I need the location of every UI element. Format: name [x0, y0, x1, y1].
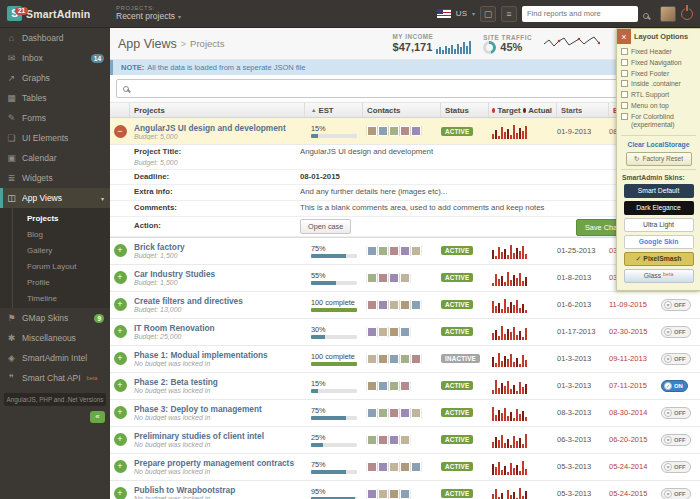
project-name: Publish to Wrapbootstrap — [134, 485, 305, 495]
sidebar-item-widgets[interactable]: ≣Widgets — [0, 168, 110, 188]
row-toggle[interactable]: × OFF — [661, 326, 691, 338]
row-toggle[interactable]: × OFF — [661, 299, 691, 311]
factory-reset-button[interactable]: ↻ Factory Reset — [626, 152, 692, 166]
col-est[interactable]: ▲ EST — [305, 103, 363, 117]
brand-area[interactable]: S SmartAdmin 21 — [0, 6, 110, 21]
clear-localstorage-link[interactable]: Clear LocalStorage — [617, 138, 700, 151]
col-contacts[interactable]: Contacts — [363, 103, 441, 117]
table-row[interactable]: + IT Room Renovation Budget: 25,000 30% … — [110, 319, 700, 346]
contacts-avatars — [367, 354, 421, 364]
layout-option-fixed-header[interactable]: Fixed Header — [621, 48, 696, 56]
row-toggle[interactable]: × OFF — [661, 434, 691, 446]
close-icon[interactable]: × — [617, 29, 631, 44]
sidebar-footer-versions[interactable]: AngularJS, PHP and .Net Versions — [4, 393, 106, 406]
contact-avatar — [389, 273, 399, 283]
sidebar-item-miscellaneous[interactable]: ✱Miscellaneous — [0, 328, 110, 348]
layout-option-inside-container[interactable]: Inside .container — [621, 80, 696, 88]
sidebar-item-label: Tables — [22, 93, 47, 103]
layout-option-rtl-support[interactable]: RTL Support — [621, 91, 696, 99]
contact-avatar — [389, 354, 399, 364]
col-projects[interactable]: Projects — [130, 103, 305, 117]
minify-menu-button[interactable]: « — [90, 411, 105, 423]
sidebar-subitem-profile[interactable]: Profile — [0, 274, 110, 290]
language-selector[interactable]: US — [456, 9, 467, 18]
note-bar: NOTE: All the data is loaded from a sepe… — [110, 60, 700, 75]
table-row[interactable]: − AngularJS UI design and development Bu… — [110, 118, 700, 145]
sidebar-submenu: ProjectsBlogGalleryForum LayoutProfileTi… — [0, 208, 110, 308]
sidebar-subitem-blog[interactable]: Blog — [0, 226, 110, 242]
col-starts[interactable]: Starts — [557, 103, 609, 117]
table-search-input[interactable] — [134, 84, 687, 93]
layout-option-for-colorblind-experimental[interactable]: For Colorblind (experimental) — [621, 113, 696, 129]
header-search-input[interactable] — [527, 9, 633, 18]
skin-label: Google Skin — [639, 238, 679, 245]
row-toggle[interactable]: × OFF — [661, 353, 691, 365]
table-row[interactable]: + Create filters and directives Budget: … — [110, 292, 700, 319]
expand-row-button[interactable]: + — [114, 406, 127, 419]
detail-row-extra: Extra info: And any further details here… — [110, 185, 700, 201]
toggle-label: OFF — [674, 491, 686, 497]
sidebar-item-gmap-skins[interactable]: ⚑GMap Skins9 — [0, 308, 110, 328]
table-row[interactable]: + Phase 1: Modual implementations No bud… — [110, 346, 700, 373]
expand-row-button[interactable]: − — [114, 125, 127, 138]
main-content: App Views > Projects MY INCOME $47,171 S… — [110, 28, 700, 499]
table-row[interactable]: + Publish to Wrapbootstrap No budget was… — [110, 481, 700, 499]
row-toggle[interactable]: × OFF — [661, 407, 691, 419]
sidebar-subitem-forum-layout[interactable]: Forum Layout — [0, 258, 110, 274]
row-toggle[interactable]: × OFF — [661, 488, 691, 499]
open-case-button[interactable]: Open case — [300, 219, 351, 234]
layout-option-menu-on-top[interactable]: Menu on top — [621, 102, 696, 110]
table-row[interactable]: + Car Industry Studies Budget: 1,500 55%… — [110, 265, 700, 292]
logout-icon[interactable] — [681, 8, 693, 20]
table-row[interactable]: + Phase 2: Beta testing No budget was lo… — [110, 373, 700, 400]
sidebar-item-ui-elements[interactable]: ❏UI Elements — [0, 128, 110, 148]
sidebar-item-smartadmin-intel[interactable]: ◈SmartAdmin Intel — [0, 348, 110, 368]
skin-google-skin[interactable]: Google Skin — [624, 235, 694, 249]
recent-projects-dropdown[interactable]: Recent projects ▾ — [116, 12, 181, 22]
expand-row-button[interactable]: + — [114, 271, 127, 284]
menu-icon[interactable]: ≡ — [501, 6, 517, 22]
sidebar-item-graphs[interactable]: ↗Graphs — [0, 68, 110, 88]
checkbox-label: Inside .container — [631, 80, 681, 88]
sidebar-item-tables[interactable]: ▦Tables — [0, 88, 110, 108]
skin-pixelsmash[interactable]: ✓ PixelSmash — [624, 252, 694, 266]
sidebar-subitem-timeline[interactable]: Timeline — [0, 290, 110, 306]
sidebar-item-app-views[interactable]: ◫App Views▾ — [0, 188, 110, 208]
expand-row-button[interactable]: + — [114, 460, 127, 473]
sidebar-item-inbox[interactable]: ✉Inbox14 — [0, 48, 110, 68]
col-status[interactable]: Status — [441, 103, 489, 117]
col-target-actual[interactable]: Target Actual — [489, 103, 557, 117]
avatar[interactable] — [660, 6, 676, 22]
contact-avatar — [378, 354, 388, 364]
search-icon[interactable] — [643, 5, 655, 23]
table-row[interactable]: + Preliminary studies of client intel No… — [110, 427, 700, 454]
expand-row-button[interactable]: + — [114, 352, 127, 365]
table-row[interactable]: + Phase 3: Deploy to management No budge… — [110, 400, 700, 427]
app-views-icon: ◫ — [6, 193, 17, 203]
skin-smart-default[interactable]: Smart Default — [624, 184, 694, 198]
expand-row-button[interactable]: + — [114, 487, 127, 499]
sidebar-nav: ⌂Dashboard✉Inbox14↗Graphs▦Tables✎Forms❏U… — [0, 28, 110, 388]
skin-dark-elegance[interactable]: Dark Elegance — [624, 201, 694, 215]
contact-avatar — [367, 273, 377, 283]
table-row[interactable]: + Prepare property management contracts … — [110, 454, 700, 481]
fullscreen-icon[interactable]: ▢ — [480, 6, 496, 22]
row-toggle[interactable]: × OFF — [661, 461, 691, 473]
sidebar-item-calendar[interactable]: ▣Calendar — [0, 148, 110, 168]
expand-row-button[interactable]: + — [114, 433, 127, 446]
sidebar-item-dashboard[interactable]: ⌂Dashboard — [0, 28, 110, 48]
layout-option-fixed-footer[interactable]: Fixed Footer — [621, 70, 696, 78]
table-row[interactable]: + Brick factory Budget: 1,500 75% ACTIVE… — [110, 238, 700, 265]
expand-row-button[interactable]: + — [114, 379, 127, 392]
layout-option-fixed-navigation[interactable]: Fixed Navigation — [621, 59, 696, 67]
sidebar-item-smart-chat-api[interactable]: ❞Smart Chat APIbeta — [0, 368, 110, 388]
expand-row-button[interactable]: + — [114, 298, 127, 311]
expand-row-button[interactable]: + — [114, 325, 127, 338]
expand-row-button[interactable]: + — [114, 244, 127, 257]
skin-glass[interactable]: Glass beta — [624, 269, 694, 283]
row-toggle[interactable]: ✓ ON — [661, 380, 688, 392]
sidebar-subitem-gallery[interactable]: Gallery — [0, 242, 110, 258]
skin-ultra-light[interactable]: Ultra Light — [624, 218, 694, 232]
sidebar-subitem-projects[interactable]: Projects — [0, 210, 110, 226]
sidebar-item-forms[interactable]: ✎Forms — [0, 108, 110, 128]
